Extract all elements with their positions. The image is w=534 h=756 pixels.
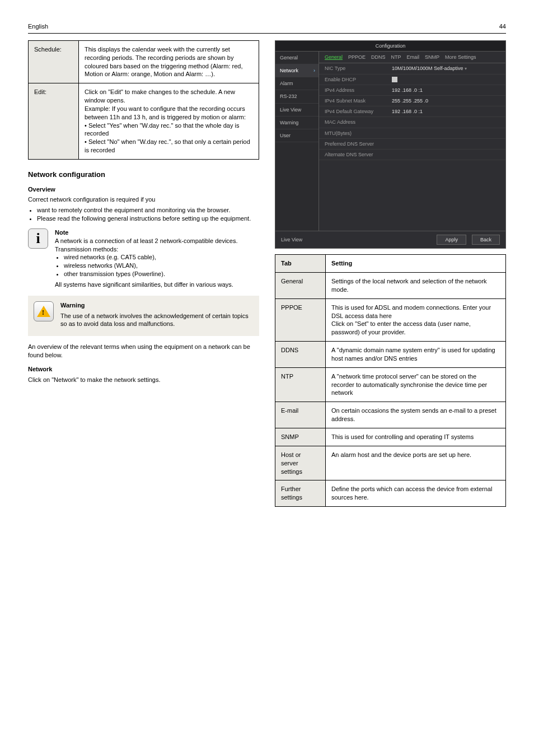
row-label: SNMP xyxy=(275,428,326,446)
note-body: A network is a connection of at least 2 … xyxy=(55,237,259,254)
table-row: E-mailOn certain occasions the system se… xyxy=(275,402,506,428)
form-row: IPv4 Subnet Mask255 .255 .255 .0 xyxy=(319,96,505,106)
form-key: Alternate DNS Server xyxy=(325,151,392,158)
row-schedule-value: This displays the calendar week with the… xyxy=(79,40,259,83)
warning-icon xyxy=(34,301,54,321)
form-key: Enable DHCP xyxy=(325,76,392,83)
form-row: Alternate DNS Server xyxy=(319,150,505,160)
sidebar-item-rs232[interactable]: RS-232 xyxy=(275,90,318,103)
shot-form: NIC Type10M/100M/1000M Self-adaptiveEnab… xyxy=(319,63,505,164)
shot-foot-left[interactable]: Live View xyxy=(281,236,302,243)
table-row: Further settingsDefine the ports which c… xyxy=(275,480,506,507)
row-value: Settings of the local network and select… xyxy=(326,273,506,299)
table-row: GeneralSettings of the local network and… xyxy=(275,273,506,299)
row-label: Tab xyxy=(275,255,326,273)
form-row: IPv4 Default Gateway192 .168 .0 :1 xyxy=(319,106,505,117)
network-instruction: Click on "Network" to make the network s… xyxy=(28,376,259,384)
overview-heading: Overview xyxy=(28,185,259,194)
back-button[interactable]: Back xyxy=(472,235,500,245)
table-row: TabSetting xyxy=(275,255,506,273)
form-value[interactable]: 192 .168 .0 :1 xyxy=(392,87,423,94)
row-label: DDNS xyxy=(275,342,326,368)
table-row: NTPA "network time protocol server" can … xyxy=(275,367,506,402)
tab-email[interactable]: Email xyxy=(407,54,420,60)
table-row: SNMPThis is used for controlling and ope… xyxy=(275,428,506,446)
form-value[interactable]: 255 .255 .255 .0 xyxy=(392,97,428,104)
warn-body: The use of a network involves the acknow… xyxy=(60,312,254,329)
tab-snmp[interactable]: SNMP xyxy=(425,54,439,60)
shot-title: Configuration xyxy=(275,41,505,52)
row-label: NTP xyxy=(275,367,326,402)
warn-title: Warning xyxy=(60,301,254,310)
form-row: MTU(Bytes) xyxy=(319,128,505,139)
schedule-table: Schedule: This displays the calendar wee… xyxy=(28,40,259,160)
note-body2: All systems have significant similaritie… xyxy=(55,281,259,289)
row-edit-value: Click on "Edit" to make changes to the s… xyxy=(79,83,259,160)
header-left: English xyxy=(28,22,48,31)
network-config-heading: Network configuration xyxy=(28,170,259,180)
shot-tabs: General PPPOE DDNS NTP Email SNMP More S… xyxy=(319,52,505,63)
bullet-read: Please read the following general instru… xyxy=(37,214,259,223)
table-row: DDNSA "dynamic domain name system entry"… xyxy=(275,342,506,368)
sidebar-item-user[interactable]: User xyxy=(275,129,318,142)
form-row: NIC Type10M/100M/1000M Self-adaptive xyxy=(319,63,505,74)
row-edit-label: Edit: xyxy=(29,83,79,160)
row-label: PPPOE xyxy=(275,298,326,341)
glossary-intro: An overview of the relevant terms when u… xyxy=(28,343,259,360)
note-bullet-wlan: wireless networks (WLAN), xyxy=(64,262,259,270)
shot-sidebar: General Network Alarm RS-232 Live View W… xyxy=(275,52,319,231)
row-value: A "network time protocol server" can be … xyxy=(326,367,506,402)
row-value: Setting xyxy=(326,255,506,273)
form-key: MAC Address xyxy=(325,119,392,125)
note-bullet-powerline: other transmission types (Powerline). xyxy=(64,270,259,278)
tab-pppoe[interactable]: PPPOE xyxy=(348,54,366,60)
form-key: IPv4 Default Gateway xyxy=(325,108,392,115)
intro-para: Correct network configuration is require… xyxy=(28,195,259,204)
form-value[interactable] xyxy=(392,77,397,82)
table-row: PPPOEThis is used for ADSL and modem con… xyxy=(275,298,506,341)
row-label: Further settings xyxy=(275,480,326,507)
info-icon: i xyxy=(28,228,48,249)
sidebar-item-alarm[interactable]: Alarm xyxy=(275,77,318,90)
row-value: This is used for ADSL and modem connecti… xyxy=(326,298,506,341)
sidebar-item-liveview[interactable]: Live View xyxy=(275,104,318,116)
note-label: Note xyxy=(55,229,68,236)
row-schedule-label: Schedule: xyxy=(29,40,79,83)
form-row: MAC Address xyxy=(319,117,505,128)
form-key: IPv4 Subnet Mask xyxy=(325,97,392,104)
row-value: Define the ports which can access the de… xyxy=(326,480,506,507)
form-value[interactable]: 192 .168 .0 :1 xyxy=(392,108,423,115)
form-row: Preferred DNS Server xyxy=(319,139,505,150)
tab-ntp[interactable]: NTP xyxy=(391,54,401,60)
form-value[interactable]: 10M/100M/1000M Self-adaptive xyxy=(392,65,467,72)
network-subheading: Network xyxy=(28,365,259,374)
form-key: IPv4 Address xyxy=(325,87,392,94)
table-row: Host or server settingsAn alarm host and… xyxy=(275,446,506,480)
sidebar-item-general[interactable]: General xyxy=(275,52,318,64)
note-bullet-wired: wired networks (e.g. CAT5 cable), xyxy=(64,253,259,262)
form-row: Enable DHCP xyxy=(319,74,505,85)
row-value: This is used for controlling and operati… xyxy=(326,428,506,446)
tab-settings-table: TabSettingGeneralSettings of the local n… xyxy=(275,254,506,507)
row-label: General xyxy=(275,273,326,299)
form-key: MTU(Bytes) xyxy=(325,130,392,137)
sidebar-item-warning[interactable]: Warning xyxy=(275,116,318,129)
tab-moresettings[interactable]: More Settings xyxy=(445,54,476,60)
tab-ddns[interactable]: DDNS xyxy=(371,54,386,60)
checkbox-icon[interactable] xyxy=(392,77,397,82)
row-label: E-mail xyxy=(275,402,326,428)
row-value: An alarm host and the device ports are s… xyxy=(326,446,506,480)
row-value: A "dynamic domain name system entry" is … xyxy=(326,342,506,368)
page-number: 44 xyxy=(499,22,506,31)
form-key: Preferred DNS Server xyxy=(325,141,392,147)
tab-general[interactable]: General xyxy=(325,54,343,60)
config-screenshot: Configuration General Network Alarm RS-2… xyxy=(275,40,506,249)
apply-button[interactable]: Apply xyxy=(437,235,466,245)
bullet-remote: want to remotely control the equipment a… xyxy=(37,206,259,214)
row-label: Host or server settings xyxy=(275,446,326,480)
form-row: IPv4 Address192 .168 .0 :1 xyxy=(319,85,505,96)
form-key: NIC Type xyxy=(325,65,392,72)
sidebar-item-network[interactable]: Network xyxy=(275,64,318,77)
row-value: On certain occasions the system sends an… xyxy=(326,402,506,428)
